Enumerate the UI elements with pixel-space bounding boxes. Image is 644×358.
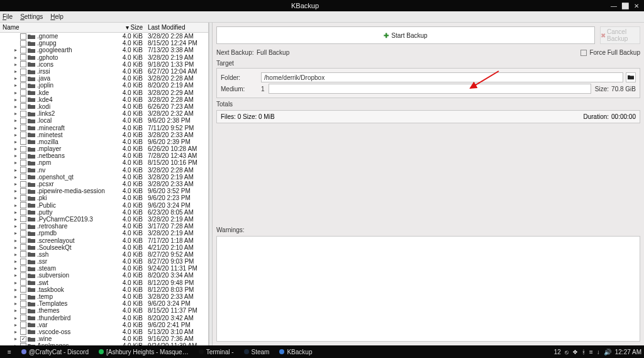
row-checkbox[interactable] xyxy=(20,301,26,307)
tree-row[interactable]: ▸.npm4.0 KiB8/15/20 10:16 PM xyxy=(0,159,208,166)
col-size[interactable]: ▾ Size xyxy=(115,24,145,31)
taskbar-app[interactable]: Steam xyxy=(239,349,275,355)
taskbar-app[interactable]: KBackup xyxy=(274,349,317,355)
tree-row[interactable]: ▸.java4.0 KiB3/28/20 2:28 AM xyxy=(0,75,208,82)
tree-row[interactable]: ▸.pcsxr4.0 KiB3/28/20 2:33 AM xyxy=(0,181,208,187)
row-checkbox[interactable] xyxy=(20,244,26,250)
tree-row[interactable]: ▸.googleearth4.0 KiB7/13/20 3:38 AM xyxy=(0,47,208,53)
tree-row[interactable]: ▸.icons4.0 KiB9/18/20 1:33 PM xyxy=(0,61,208,68)
tree-row[interactable]: ▸.var4.0 KiB9/6/20 2:41 PM xyxy=(0,322,208,328)
row-checkbox[interactable] xyxy=(20,216,26,222)
row-checkbox[interactable] xyxy=(20,181,26,187)
row-checkbox[interactable] xyxy=(20,47,26,53)
tree-row[interactable]: ▸.kde4.0 KiB3/28/20 2:29 AM xyxy=(0,89,208,96)
row-checkbox[interactable] xyxy=(20,188,26,194)
row-checkbox[interactable] xyxy=(20,61,26,67)
expander-icon[interactable]: ▸ xyxy=(13,69,19,74)
row-checkbox[interactable] xyxy=(20,272,26,279)
row-checkbox[interactable] xyxy=(20,322,26,328)
tree-row[interactable]: ▸.kde44.0 KiB3/28/20 2:28 AM xyxy=(0,96,208,103)
expander-icon[interactable]: ▸ xyxy=(13,259,19,264)
tree-row[interactable]: ▸.pki4.0 KiB9/6/20 2:23 PM xyxy=(0,194,208,201)
row-checkbox[interactable] xyxy=(20,111,26,117)
expander-icon[interactable]: ▸ xyxy=(13,174,19,180)
expander-icon[interactable]: ▸ xyxy=(13,210,19,215)
tree-row[interactable]: ▸.retroshare4.0 KiB3/17/20 7:28 AM xyxy=(0,223,208,230)
tree-row[interactable]: ▸.rpmdb4.0 KiB3/28/20 2:19 AM xyxy=(0,230,208,237)
row-checkbox[interactable] xyxy=(20,40,26,47)
expander-icon[interactable]: ▸ xyxy=(13,308,19,313)
tree-row[interactable]: ▸.openshot_qt4.0 KiB3/28/20 2:19 AM xyxy=(0,174,208,181)
expander-icon[interactable]: ▸ xyxy=(13,315,19,321)
tree-row[interactable]: ▸.mozilla4.0 KiB9/6/20 2:39 PM xyxy=(0,138,208,145)
tree-row[interactable]: ▸.gphoto4.0 KiB3/28/20 2:19 AM xyxy=(0,54,208,61)
menu-help[interactable]: Help xyxy=(50,13,64,20)
tree-row[interactable]: .gnome4.0 KiB3/28/20 2:28 AM xyxy=(0,33,208,40)
expander-icon[interactable]: ▸ xyxy=(13,139,19,145)
tree-row[interactable]: ▸.steam4.0 KiB9/24/20 11:31 PM xyxy=(0,265,208,272)
taskbar-menu-icon[interactable]: ≡ xyxy=(3,345,16,358)
expander-icon[interactable]: ▸ xyxy=(13,97,19,103)
expander-icon[interactable]: ▸ xyxy=(13,301,19,306)
tree-row[interactable]: ▸.taskbook4.0 KiB8/12/20 8:03 PM xyxy=(0,286,208,293)
row-checkbox[interactable] xyxy=(20,69,26,75)
tree-row[interactable]: ▸.screenlayout4.0 KiB7/17/20 1:18 AM xyxy=(0,237,208,243)
row-checkbox[interactable] xyxy=(20,125,26,131)
taskbar-app[interactable]: [Ashbury Heights - Masque… xyxy=(94,349,194,355)
tree-row[interactable]: ▸.thunderbird4.0 KiB8/20/20 3:42 AM xyxy=(0,315,208,322)
expander-icon[interactable]: ▸ xyxy=(13,90,19,96)
row-checkbox[interactable] xyxy=(20,259,26,265)
tree-row[interactable]: ▸.vscode-oss4.0 KiB5/13/20 3:10 AM xyxy=(0,328,208,335)
expander-icon[interactable]: ▸ xyxy=(13,230,19,236)
expander-icon[interactable]: ▸ xyxy=(13,62,19,67)
expander-icon[interactable]: ▸ xyxy=(13,223,19,229)
expander-icon[interactable]: ▸ xyxy=(13,245,19,250)
menu-settings[interactable]: Settings xyxy=(20,13,43,20)
col-name[interactable]: Name xyxy=(0,24,115,31)
row-checkbox[interactable] xyxy=(20,131,26,138)
tree-row[interactable]: ▸.Public4.0 KiB9/6/20 3:24 PM xyxy=(0,202,208,209)
row-checkbox[interactable] xyxy=(20,230,26,237)
expander-icon[interactable]: ▸ xyxy=(13,238,19,243)
tray-network-icon[interactable]: ≡ xyxy=(589,349,593,355)
tree-body[interactable]: .gnome4.0 KiB3/28/20 2:28 AM.gnupg4.0 Ki… xyxy=(0,33,208,345)
expander-icon[interactable]: ▸ xyxy=(13,336,19,342)
medium-input[interactable] xyxy=(269,84,591,94)
tree-row[interactable]: .gnupg4.0 KiB8/15/20 12:24 PM xyxy=(0,40,208,47)
tree-row[interactable]: ▸.joplin4.0 KiB8/20/20 2:19 AM xyxy=(0,82,208,89)
row-checkbox[interactable] xyxy=(20,209,26,215)
row-checkbox[interactable] xyxy=(20,294,26,300)
tree-row[interactable]: ▸.ssr4.0 KiB8/27/20 9:03 PM xyxy=(0,258,208,265)
row-checkbox[interactable] xyxy=(20,174,26,180)
expander-icon[interactable]: ▸ xyxy=(13,55,19,60)
expander-icon[interactable]: ▸ xyxy=(13,272,19,278)
expander-icon[interactable]: ▸ xyxy=(13,195,19,201)
tree-row[interactable]: ▸.swt4.0 KiB8/12/20 9:48 PM xyxy=(0,279,208,286)
row-checkbox[interactable] xyxy=(20,89,26,96)
tree-row[interactable]: ▸.nv4.0 KiB3/28/20 2:28 AM xyxy=(0,167,208,174)
row-checkbox[interactable] xyxy=(20,103,26,109)
row-checkbox[interactable] xyxy=(20,308,26,314)
col-modified[interactable]: Last Modified xyxy=(145,24,208,31)
row-checkbox[interactable] xyxy=(20,237,26,243)
expander-icon[interactable]: ▸ xyxy=(13,125,19,131)
tray-bluetooth-icon[interactable]: ᚼ xyxy=(582,349,586,355)
row-checkbox[interactable]: ✓ xyxy=(20,336,26,342)
tree-row[interactable]: ▸.temp4.0 KiB3/28/20 2:33 AM xyxy=(0,293,208,300)
tree-row[interactable]: ▸.themes4.0 KiB8/15/20 11:37 PM xyxy=(0,307,208,314)
minimize-button[interactable]: — xyxy=(609,1,619,10)
row-checkbox[interactable] xyxy=(20,54,26,60)
tree-row[interactable]: ▸.Templates4.0 KiB9/6/20 3:24 PM xyxy=(0,300,208,307)
start-backup-button[interactable]: ✚ Start Backup xyxy=(216,26,595,44)
row-checkbox[interactable] xyxy=(20,167,26,173)
row-checkbox[interactable] xyxy=(20,223,26,230)
menu-file[interactable]: File xyxy=(3,13,13,20)
row-checkbox[interactable] xyxy=(20,266,26,272)
taskbar-app[interactable]: @CraftyCat - Discord xyxy=(16,349,94,355)
expander-icon[interactable]: ▸ xyxy=(13,252,19,257)
tree-row[interactable]: ▸.mplayer4.0 KiB6/26/20 10:28 AM xyxy=(0,145,208,152)
row-checkbox[interactable] xyxy=(20,328,26,335)
expander-icon[interactable]: ▸ xyxy=(13,160,19,165)
tree-row[interactable]: ▸.local4.0 KiB9/6/20 2:38 PM xyxy=(0,117,208,124)
browse-folder-button[interactable] xyxy=(626,72,636,82)
